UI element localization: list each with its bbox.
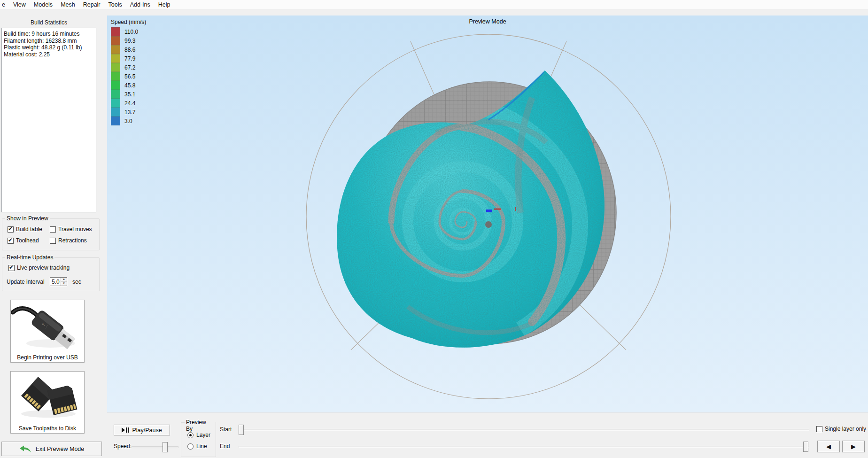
toolbar-gap — [0, 10, 868, 16]
exit-preview-mode-button[interactable]: Exit Preview Mode — [1, 442, 102, 456]
toolhead-checkbox[interactable]: ✔ — [8, 238, 14, 244]
start-layer-slider[interactable] — [239, 425, 809, 435]
exit-button-label: Exit Preview Mode — [36, 446, 85, 452]
menu-file-partial[interactable]: e — [1, 0, 6, 9]
legend-swatch — [111, 54, 120, 63]
menu-addins[interactable]: Add-Ins — [129, 0, 151, 9]
checkbox-toolhead[interactable]: ✔ Toolhead — [8, 237, 39, 244]
layer-radio[interactable] — [187, 432, 194, 438]
travel-moves-label: Travel moves — [58, 226, 92, 233]
update-interval-row: Update interval 5.0 ▲▼ sec — [7, 279, 96, 285]
realtime-updates-group: Real-time Updates ✔ Live preview trackin… — [2, 257, 100, 291]
single-layer-checkbox[interactable]: ✔ — [816, 426, 822, 432]
menu-tools[interactable]: Tools — [108, 0, 123, 9]
preview-sidebar: Build Statistics Build time: 9 hours 16 … — [0, 16, 107, 458]
spinner-up-icon: ▲ — [61, 278, 67, 282]
end-slider-track[interactable] — [239, 446, 809, 448]
show-in-preview-group: Show in Preview ✔ Build table ✔ Travel m… — [2, 218, 100, 250]
legend-swatch — [111, 108, 120, 116]
previous-arrow-icon: ◀ — [826, 443, 831, 450]
next-arrow-icon: ▶ — [851, 443, 856, 450]
legend-row: 110.0 — [111, 27, 146, 36]
travel-moves-checkbox[interactable]: ✔ — [50, 226, 56, 233]
next-layer-button[interactable]: ▶ — [842, 441, 865, 452]
build-statistics-title: Build Statistics — [0, 19, 98, 26]
menu-view[interactable]: View — [12, 0, 27, 9]
begin-printing-usb-button[interactable]: ←⋮ Begin Printing over USB — [10, 300, 85, 363]
speed-slider[interactable] — [132, 442, 178, 452]
preview-control-bar: Play/Pause Speed: Preview By Layer Line … — [107, 412, 868, 458]
menu-help[interactable]: Help — [157, 0, 171, 9]
checkbox-retractions[interactable]: ✔ Retractions — [50, 237, 87, 244]
update-interval-unit: sec — [72, 279, 81, 285]
stat-filament-length: Filament length: 16238.8 mm — [4, 38, 94, 45]
speed-slider-thumb[interactable] — [163, 442, 168, 452]
scene-canvas[interactable] — [107, 16, 868, 412]
legend-row: 88.6 — [111, 45, 146, 54]
play-pause-label: Play/Pause — [132, 427, 162, 434]
usb-button-caption: Begin Printing over USB — [11, 353, 84, 363]
live-preview-label: Live preview tracking — [17, 264, 70, 271]
stat-build-time: Build time: 9 hours 16 minutes — [4, 31, 94, 38]
end-slider-thumb[interactable] — [803, 442, 808, 452]
show-in-preview-label: Show in Preview — [5, 215, 50, 222]
legend-row: 35.1 — [111, 90, 146, 99]
single-layer-label: Single layer only — [825, 426, 866, 432]
save-toolpaths-button[interactable]: Save Toolpaths to Disk — [10, 371, 85, 434]
start-slider-thumb[interactable] — [239, 425, 244, 435]
speed-legend: Speed (mm/s) 110.0 99.3 88.6 77.9 67.2 5… — [111, 19, 146, 125]
play-pause-button[interactable]: Play/Pause — [114, 425, 170, 435]
update-interval-label: Update interval — [7, 279, 45, 285]
legend-swatch — [111, 72, 120, 81]
start-slider-label: Start — [220, 426, 232, 433]
speed-slider-track[interactable] — [132, 446, 178, 448]
legend-swatch — [111, 63, 120, 72]
legend-swatch — [111, 36, 120, 45]
legend-swatch — [111, 99, 120, 108]
legend-row: 67.2 — [111, 63, 146, 72]
legend-swatch — [111, 27, 120, 36]
menu-models[interactable]: Models — [33, 0, 54, 9]
legend-row: 45.8 — [111, 81, 146, 90]
start-slider-track[interactable] — [239, 429, 809, 431]
menu-bar: e View Models Mesh Repair Tools Add-Ins … — [0, 0, 868, 10]
spinner-down-icon: ▼ — [61, 282, 67, 286]
end-slider-label: End — [220, 443, 230, 450]
line-radio-label: Line — [196, 443, 207, 450]
checkbox-live-preview[interactable]: ✔ Live preview tracking — [8, 264, 70, 271]
spinner-arrows[interactable]: ▲▼ — [61, 278, 67, 286]
checkbox-travel-moves[interactable]: ✔ Travel moves — [50, 226, 92, 233]
checkbox-build-table[interactable]: ✔ Build table — [8, 226, 42, 233]
legend-row: 99.3 — [111, 36, 146, 45]
build-table-checkbox[interactable]: ✔ — [8, 226, 14, 233]
legend-swatch — [111, 45, 120, 54]
build-statistics-box: Build time: 9 hours 16 minutes Filament … — [1, 28, 96, 212]
single-layer-row[interactable]: ✔ Single layer only — [816, 426, 866, 432]
preview-3d-viewport[interactable]: Preview Mode Speed (mm/s) 110.0 99.3 88.… — [107, 16, 868, 412]
menu-mesh[interactable]: Mesh — [60, 0, 76, 9]
radio-layer-row[interactable]: Layer — [187, 432, 210, 438]
toolhead-label: Toolhead — [16, 237, 39, 244]
menu-repair[interactable]: Repair — [82, 0, 101, 9]
exit-arrow-icon — [19, 445, 31, 453]
live-preview-checkbox[interactable]: ✔ — [8, 265, 15, 271]
realtime-updates-label: Real-time Updates — [5, 254, 54, 261]
preview-by-label: Preview By — [185, 419, 216, 432]
sd-cards-image — [11, 372, 84, 423]
stat-material-cost: Material cost: 2.25 — [4, 51, 94, 58]
play-pause-icon — [122, 427, 129, 433]
usb-cable-image: ←⋮ — [11, 300, 84, 352]
viewport-mode-title: Preview Mode — [107, 18, 868, 25]
retractions-checkbox[interactable]: ✔ — [50, 238, 56, 244]
end-layer-slider[interactable] — [239, 442, 809, 452]
previous-layer-button[interactable]: ◀ — [817, 441, 840, 452]
radio-line-row[interactable]: Line — [187, 443, 207, 450]
line-radio[interactable] — [187, 443, 194, 450]
update-interval-value[interactable]: 5.0 — [50, 278, 61, 286]
legend-row: 13.7 — [111, 108, 146, 116]
update-interval-spinner[interactable]: 5.0 ▲▼ — [50, 277, 67, 286]
stat-plastic-weight: Plastic weight: 48.82 g (0.11 lb) — [4, 44, 94, 51]
legend-swatch — [111, 90, 120, 99]
legend-row: 77.9 — [111, 54, 146, 63]
legend-swatch — [111, 116, 120, 125]
